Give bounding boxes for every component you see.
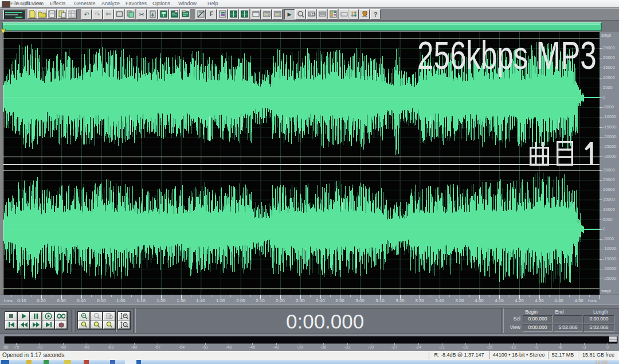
svg-text:+: + <box>83 314 85 318</box>
svg-text:+: + <box>124 314 127 318</box>
svg-text:-: - <box>124 322 126 326</box>
